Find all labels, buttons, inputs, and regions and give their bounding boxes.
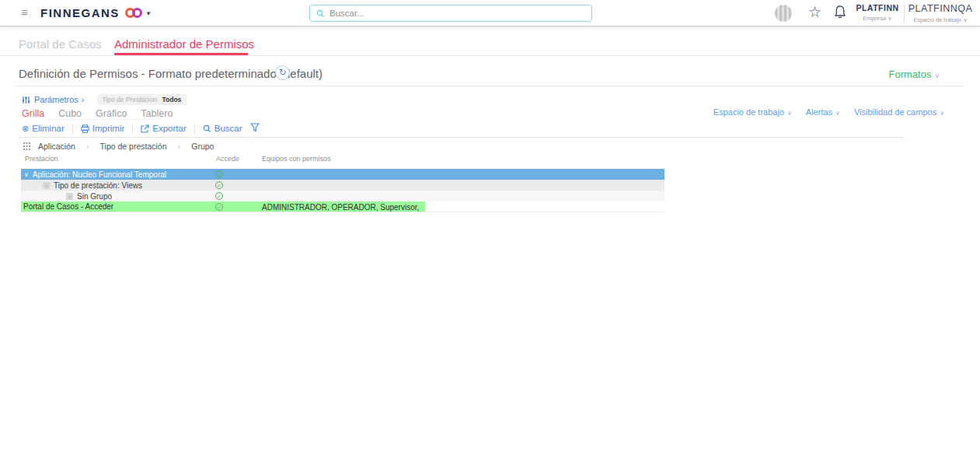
grouping-bar: Aplicación › Tipo de prestación › Grupo xyxy=(23,141,214,152)
parameters-button[interactable]: Parámetros › xyxy=(22,95,85,104)
brand-name: FINNEGANS xyxy=(40,6,120,19)
module-tabs: Portal de Casos Administrador de Permiso… xyxy=(0,35,980,56)
company-name: PLATFINN xyxy=(853,3,902,12)
company-selector[interactable]: PLATFINN Empresa ∨ xyxy=(853,3,902,22)
brand-logo[interactable]: FINNEGANS ▾ xyxy=(40,6,150,19)
brand-caret-icon[interactable]: ▾ xyxy=(147,9,151,17)
column-header-accede[interactable]: Accede xyxy=(216,155,239,163)
check-icon: ✓ xyxy=(215,203,223,211)
view-tab-tablero[interactable]: Tablero xyxy=(141,108,173,122)
company-label: Empresa ∨ xyxy=(853,15,902,22)
table-row-group-sin-grupo[interactable]: ∨ Sin Grupo ✓ xyxy=(21,191,664,201)
chevron-right-icon: › xyxy=(82,95,85,104)
workspace-name: PLATFINNQA xyxy=(908,3,973,14)
chevron-down-icon: ∨ xyxy=(787,110,792,117)
top-header: ≡ FINNEGANS ▾ ☆ PLATFINN E xyxy=(0,0,980,26)
workspace-selector[interactable]: PLATFINNQA Espacio de trabajo ∨ xyxy=(908,3,973,23)
active-tab-underline xyxy=(114,53,248,55)
export-icon xyxy=(141,124,149,133)
equipos-cell: ADMINISTRADOR, OPERADOR, Supervisor, xyxy=(262,203,419,212)
toolbar-divider-line xyxy=(19,137,903,138)
toolbar-divider xyxy=(194,124,195,134)
search-input[interactable] xyxy=(330,9,585,18)
table-row-portal-de-casos[interactable]: Portal de Casos - Acceder ✓ ADMINISTRADO… xyxy=(21,201,664,212)
chevron-down-icon: ∨ xyxy=(963,16,968,23)
table-body: ∨ Aplicación: Nucleo Funcional Temporal … xyxy=(21,169,664,212)
group-row-label: Tipo de prestación: Views xyxy=(54,181,142,190)
chevron-down-icon: ∨ xyxy=(888,15,892,22)
group-row-label: Sin Grupo xyxy=(77,192,112,201)
quick-links: Espacio de trabajo∨ Alertas∨ Visibilidad… xyxy=(713,107,944,117)
filter-funnel-icon[interactable] xyxy=(250,121,260,135)
chevron-right-icon: › xyxy=(178,142,181,151)
bell-icon[interactable] xyxy=(833,5,847,23)
chevron-down-icon[interactable]: ∨ xyxy=(24,171,29,178)
logo-infinity-icon xyxy=(125,8,142,18)
grid-toolbar: ⊗Eliminar Imprimir Exportar Buscar xyxy=(22,122,260,135)
chevron-right-icon: › xyxy=(86,142,89,151)
sphere-icon[interactable] xyxy=(775,5,792,22)
collapse-toggle-icon[interactable]: ∨ xyxy=(66,193,73,200)
hamburger-menu-icon[interactable]: ≡ xyxy=(21,5,28,19)
page-title-row: Definición de Permisos - Formato predete… xyxy=(16,64,964,86)
table-row-group-aplicacion[interactable]: ∨ Aplicación: Nucleo Funcional Temporal … xyxy=(21,169,664,180)
delete-icon: ⊗ xyxy=(22,124,29,134)
column-header-equipos[interactable]: Equipos con permisos xyxy=(262,155,331,163)
view-tab-cubo[interactable]: Cubo xyxy=(58,108,82,122)
search-icon xyxy=(316,9,325,18)
group-level-tipo-prestacion[interactable]: Tipo de prestación xyxy=(100,142,167,151)
group-level-grupo[interactable]: Grupo xyxy=(191,142,214,151)
parameters-row: Parámetros › Tipo de Prestacion Todos xyxy=(22,93,187,106)
buscar-button[interactable]: Buscar xyxy=(203,124,242,133)
link-visibilidad-de-campos[interactable]: Visibilidad de campos∨ xyxy=(854,107,944,117)
view-tabs-divider xyxy=(47,119,162,120)
tab-portal-de-casos[interactable]: Portal de Casos xyxy=(19,37,102,51)
toolbar-divider xyxy=(72,124,73,134)
toolbar-divider xyxy=(132,124,133,134)
workspace-label: Espacio de trabajo ∨ xyxy=(908,16,973,23)
eliminar-button[interactable]: ⊗Eliminar xyxy=(22,124,65,134)
check-icon: ✓ xyxy=(215,181,223,189)
column-header-prestacion[interactable]: Prestacion xyxy=(25,155,58,163)
header-divider xyxy=(904,3,905,23)
group-row-label: Aplicación: Nucleo Funcional Temporal xyxy=(33,170,166,179)
chevron-down-icon: ∨ xyxy=(940,110,944,117)
star-icon[interactable]: ☆ xyxy=(808,3,821,22)
sliders-icon xyxy=(22,96,30,104)
check-icon: ✓ xyxy=(215,192,223,200)
data-row-label: Portal de Casos - Acceder xyxy=(23,202,113,211)
imprimir-button[interactable]: Imprimir xyxy=(81,124,125,133)
printer-icon xyxy=(81,124,89,133)
check-icon: ✓ xyxy=(215,170,223,178)
chevron-down-icon: ∨ xyxy=(835,110,840,117)
chevron-down-icon: ∨ xyxy=(934,72,940,79)
filter-chip-tipo-prestacion[interactable]: Tipo de Prestacion Todos xyxy=(97,94,187,105)
chip-value: Todos xyxy=(162,96,181,103)
app-window: ≡ FINNEGANS ▾ ☆ PLATFINN E xyxy=(0,0,980,466)
group-level-aplicacion[interactable]: Aplicación xyxy=(38,142,75,151)
search-icon xyxy=(203,124,211,133)
view-tab-grilla[interactable]: Grilla xyxy=(22,108,44,122)
link-espacio-de-trabajo[interactable]: Espacio de trabajo∨ xyxy=(713,107,792,117)
view-tabs: Grilla Cubo Gráfico Tablero xyxy=(22,108,173,122)
refresh-button[interactable]: ↻ xyxy=(275,65,290,80)
table-header: Prestacion Accede Equipos con permisos xyxy=(21,155,664,164)
global-search[interactable] xyxy=(309,5,592,22)
exportar-button[interactable]: Exportar xyxy=(141,124,186,133)
collapse-toggle-icon[interactable]: ∨ xyxy=(43,182,50,189)
link-alertas[interactable]: Alertas∨ xyxy=(806,107,840,117)
view-tab-grafico[interactable]: Gráfico xyxy=(96,108,127,122)
table-row-group-tipo-prestacion[interactable]: ∨ Tipo de prestación: Views ✓ xyxy=(21,180,664,191)
formats-dropdown[interactable]: Formatos∨ xyxy=(889,68,940,80)
tab-administrador-de-permisos[interactable]: Administrador de Permisos xyxy=(114,37,254,51)
chip-label: Tipo de Prestacion xyxy=(103,96,158,103)
drag-grid-icon[interactable] xyxy=(23,142,30,151)
